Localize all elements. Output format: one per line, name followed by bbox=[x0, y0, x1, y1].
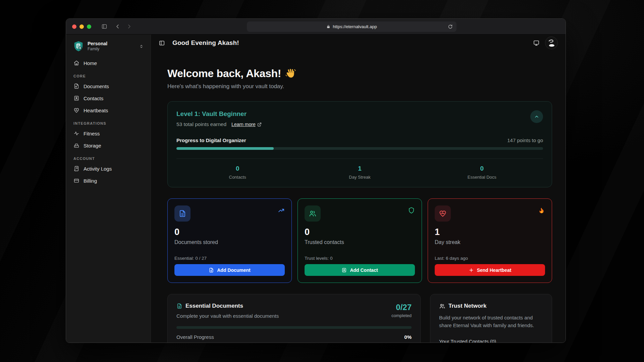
scroll-text-icon bbox=[73, 166, 79, 172]
documents-count: 0 bbox=[174, 227, 285, 237]
document-icon bbox=[178, 209, 186, 218]
credit-card-icon bbox=[73, 178, 79, 184]
browser-forward-icon[interactable] bbox=[126, 23, 132, 29]
add-contact-label: Add Contact bbox=[350, 267, 378, 273]
stat-label: Day Streak bbox=[299, 175, 421, 180]
send-heartbeat-label: Send Heartbeat bbox=[477, 267, 512, 273]
level-title: Level 1: Vault Beginner bbox=[176, 110, 262, 118]
browser-back-icon[interactable] bbox=[115, 23, 121, 29]
browser-titlebar: https://eternalvault.app bbox=[66, 19, 566, 35]
level-stat-contacts: 0 Contacts bbox=[176, 165, 299, 180]
learn-more-label: Learn more bbox=[231, 122, 256, 127]
points-to-go-label: 147 points to go bbox=[507, 137, 543, 143]
overall-progress-label: Overall Progress bbox=[176, 334, 214, 340]
sidebar-item-contacts[interactable]: Contacts bbox=[71, 93, 146, 104]
eternal-vault-logo-icon bbox=[73, 41, 84, 52]
add-contact-button[interactable]: Add Contact bbox=[305, 264, 415, 276]
workspace-labels: Personal Family bbox=[88, 41, 107, 52]
user-avatar[interactable] bbox=[545, 37, 558, 49]
document-tile bbox=[174, 205, 191, 222]
app-sidebar-toggle-icon[interactable] bbox=[159, 40, 165, 46]
contacts-label: Trusted contacts bbox=[305, 239, 415, 245]
card-head bbox=[435, 205, 545, 222]
essential-docs-title-row: Essential Documents bbox=[176, 303, 279, 309]
bottom-row: Essential Documents Complete your vault … bbox=[167, 294, 552, 343]
heart-tile bbox=[435, 205, 451, 222]
users-icon bbox=[439, 303, 445, 309]
learn-more-link[interactable]: Learn more bbox=[231, 122, 262, 127]
sidebar-item-label: Heartbeats bbox=[84, 108, 108, 113]
streak-meta: Last: 6 days ago bbox=[435, 256, 545, 261]
sidebar-item-documents[interactable]: Documents bbox=[71, 80, 146, 92]
sidebar-item-heartbeats[interactable]: Heartbeats bbox=[71, 105, 146, 116]
level-card: Level 1: Vault Beginner 53 total points … bbox=[167, 101, 552, 187]
address-bar[interactable]: https://eternalvault.app bbox=[247, 21, 457, 32]
points-earned-text: 53 total points earned bbox=[176, 121, 226, 127]
workspace-switcher[interactable]: Personal Family bbox=[71, 39, 146, 57]
essential-docs-count: 0/27 bbox=[391, 303, 412, 312]
app-header: Good Evening Akash! bbox=[151, 35, 566, 51]
sidebar-item-label: Storage bbox=[84, 143, 101, 148]
collapse-level-card-button[interactable] bbox=[530, 110, 543, 123]
trending-up-icon bbox=[278, 207, 285, 214]
level-card-header: Level 1: Vault Beginner 53 total points … bbox=[176, 110, 543, 127]
add-document-label: Add Document bbox=[217, 267, 251, 273]
contact-card-icon bbox=[341, 267, 347, 273]
avatar-image bbox=[545, 37, 557, 49]
traffic-lights bbox=[72, 24, 91, 29]
sidebar-nav: Home CORE Documents Contacts Heartbeats … bbox=[71, 57, 146, 187]
contact-card-icon bbox=[73, 95, 79, 101]
level-points-row: 53 total points earned Learn more bbox=[176, 121, 262, 127]
progress-to-label: Progress to Digital Organizer bbox=[176, 137, 246, 143]
streak-label: Day streak bbox=[435, 239, 545, 245]
monitor-icon bbox=[533, 40, 540, 46]
sidebar-item-home[interactable]: Home bbox=[71, 57, 146, 69]
stat-cards-row: 0 Documents stored Essential: 0 / 27 Add… bbox=[167, 198, 552, 283]
card-head bbox=[174, 205, 285, 222]
plus-icon bbox=[469, 267, 474, 273]
stat-value: 0 bbox=[176, 165, 299, 172]
hard-drive-icon bbox=[73, 142, 79, 148]
workspace-name: Personal bbox=[88, 41, 107, 47]
sidebar-item-billing[interactable]: Billing bbox=[71, 175, 146, 186]
external-link-icon bbox=[257, 122, 262, 127]
sidebar-item-label: Activity Logs bbox=[84, 166, 112, 172]
users-tile bbox=[305, 205, 321, 222]
zoom-window-button[interactable] bbox=[87, 24, 91, 29]
level-progress-labels: Progress to Digital Organizer 147 points… bbox=[176, 137, 543, 143]
stat-label: Essential Docs bbox=[421, 175, 543, 180]
shield-icon bbox=[408, 207, 415, 214]
documents-meta: Essential: 0 / 27 bbox=[174, 256, 285, 261]
contacts-meta: Trust levels: 0 bbox=[305, 256, 415, 261]
essential-docs-title: Essential Documents bbox=[185, 303, 243, 309]
close-window-button[interactable] bbox=[72, 24, 76, 29]
level-stats: 0 Contacts 1 Day Streak 0 Essential Docs bbox=[176, 165, 543, 180]
level-stat-essential-docs: 0 Essential Docs bbox=[421, 165, 543, 180]
overall-progress-value: 0% bbox=[404, 334, 412, 340]
welcome-title: Welcome back, Akash! bbox=[167, 67, 552, 80]
send-heartbeat-button[interactable]: Send Heartbeat bbox=[435, 264, 545, 276]
document-icon bbox=[176, 303, 182, 309]
sidebar-item-fitness[interactable]: Fitness bbox=[71, 128, 146, 139]
display-theme-button[interactable] bbox=[533, 40, 540, 46]
sidebar-item-label: Billing bbox=[84, 178, 97, 184]
minimize-window-button[interactable] bbox=[79, 24, 84, 29]
contacts-card: 0 Trusted contacts Trust levels: 0 Add C… bbox=[298, 198, 422, 283]
home-icon bbox=[73, 60, 79, 66]
essential-documents-card: Essential Documents Complete your vault … bbox=[167, 294, 421, 343]
sidebar-section-integrations: INTEGRATIONS bbox=[73, 121, 143, 125]
reload-icon[interactable] bbox=[448, 24, 453, 29]
greeting-text: Good Evening Akash! bbox=[172, 39, 239, 47]
essential-docs-progress-bar bbox=[176, 326, 412, 329]
trusted-contacts-label: Your Trusted Contacts (0) bbox=[439, 339, 543, 343]
sidebar-item-activity-logs[interactable]: Activity Logs bbox=[71, 163, 146, 174]
essential-docs-count-block: 0/27 completed bbox=[391, 303, 412, 318]
main-area: Good Evening Akash! bbox=[151, 35, 566, 343]
add-document-button[interactable]: Add Document bbox=[174, 264, 285, 276]
contacts-count: 0 bbox=[305, 227, 415, 237]
sidebar-item-label: Contacts bbox=[84, 96, 103, 101]
level-stat-day-streak: 1 Day Streak bbox=[299, 165, 421, 180]
sidebar-item-storage[interactable]: Storage bbox=[71, 140, 146, 151]
browser-sidebar-toggle-icon[interactable] bbox=[101, 23, 107, 29]
essential-docs-header: Essential Documents Complete your vault … bbox=[176, 303, 412, 319]
